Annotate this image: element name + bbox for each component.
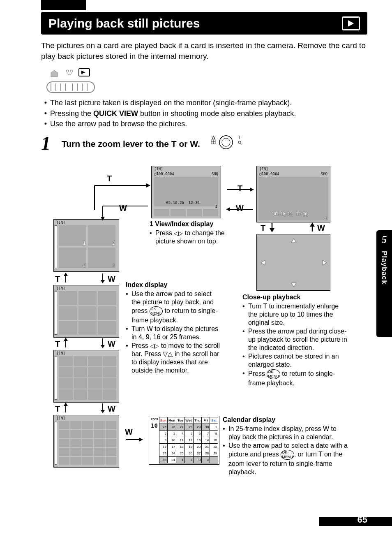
svg-line-22 (240, 143, 242, 145)
top-bullet-list: •The last picture taken is displayed on … (41, 98, 367, 129)
step-number: 1 (41, 131, 62, 156)
intro-text: The pictures on a card are played back i… (41, 40, 367, 61)
svg-rect-18 (211, 142, 213, 144)
bullet-text: The last picture taken is displayed on t… (50, 98, 292, 108)
T-label: T (55, 338, 60, 349)
svg-marker-28 (64, 338, 68, 341)
svg-point-14 (222, 138, 230, 146)
T-label: T (55, 273, 60, 284)
calendar-text: Calendar display •In 25-frame index disp… (223, 416, 350, 477)
svg-marker-30 (101, 345, 105, 348)
mode-dial-illustration (46, 65, 367, 94)
svg-point-13 (219, 136, 233, 149)
chapter-tab-top (41, 0, 86, 10)
page-number: 65 (357, 514, 367, 526)
svg-marker-40 (101, 217, 105, 221)
T-label: T (55, 403, 60, 414)
T-label: T (261, 222, 265, 233)
playback-icon (342, 16, 360, 30)
svg-point-9 (66, 70, 69, 72)
svg-marker-37 (146, 183, 150, 188)
W-label: W (317, 222, 325, 233)
section-title-bar: Playing back still pictures (41, 12, 367, 35)
chapter-label: Playback (380, 251, 389, 285)
single-frame-display: [IN] ▢100-0004 SHQ '05.10.26 12:30 4 (256, 166, 330, 222)
svg-point-10 (70, 70, 73, 72)
svg-text:W: W (212, 135, 216, 140)
svg-marker-44 (226, 207, 230, 211)
step-1: 1 Turn the zoom lever to the T or W. W T (41, 131, 367, 156)
svg-rect-16 (211, 140, 213, 142)
chapter-number: 5 (382, 233, 387, 247)
calendar-display: 2005 10 SunMonTueWedThuFriSat 2526272829… (149, 416, 219, 465)
W-label: W (108, 273, 115, 284)
svg-rect-19 (213, 142, 215, 144)
diagram-area: [IN] 1 2 3 4 T W [IN] T W (41, 166, 367, 503)
section-title: Playing back still pictures (48, 15, 200, 31)
svg-marker-34 (101, 410, 105, 413)
W-label: W (108, 403, 115, 414)
svg-marker-46 (270, 228, 274, 232)
zoom-lever-illustration: W T (208, 134, 244, 153)
index-4-display: [IN] 1 2 3 4 (53, 219, 119, 272)
svg-marker-24 (64, 273, 68, 276)
index-9-display: [IN] (53, 285, 119, 338)
W-label: W (108, 338, 115, 349)
svg-text:T: T (238, 135, 241, 140)
svg-marker-32 (64, 403, 68, 406)
index-16-display: [IN] (53, 350, 119, 403)
one-view-index-display: [IN] ▢100-0004 SHQ '05.10.26 12:30 4 (151, 166, 221, 218)
index-25-display: [IN] (53, 415, 119, 468)
closeup-display (256, 234, 330, 291)
page-footer: 65 (0, 509, 392, 533)
step-text: Turn the zoom lever to the T or W. (62, 138, 200, 149)
svg-rect-17 (213, 140, 215, 142)
bullet-text: Use the arrow pad to browse the pictures… (50, 119, 187, 129)
one-view-index-text: 1 View/Index display •Press ◁▷ to change… (150, 220, 228, 246)
svg-marker-12 (81, 71, 85, 74)
bullet-text: Pressing the QUICK VIEW button in shooti… (50, 109, 296, 118)
svg-marker-48 (310, 222, 315, 227)
index-display-text: Index display •Use the arrow pad to sele… (126, 281, 220, 375)
svg-marker-42 (250, 188, 254, 192)
chapter-side-tab: 5 Playback (376, 230, 392, 337)
svg-rect-49 (258, 235, 330, 290)
svg-marker-26 (101, 280, 105, 283)
closeup-text: Close-up playback •Turn T to incremental… (242, 293, 347, 388)
svg-marker-55 (139, 438, 143, 442)
